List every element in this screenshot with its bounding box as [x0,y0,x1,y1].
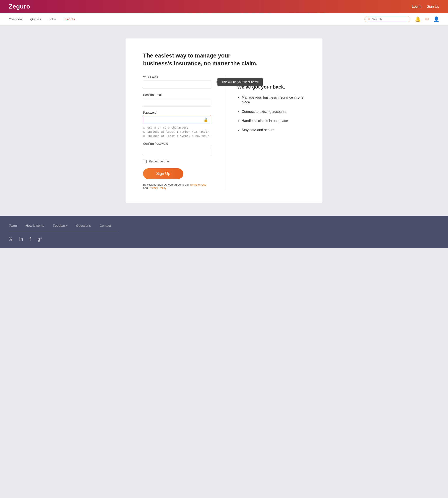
top-bar-actions: Log In Sign Up [412,5,439,9]
remember-row: Remember me [143,160,211,163]
footer: Team How it works Feedback Questions Con… [0,216,448,248]
nav-quotes[interactable]: Quotes [31,17,41,21]
password-rules: Use 8 or more characters Include at leas… [143,126,211,138]
tooltip-bubble: This will be your user name [217,78,262,86]
password-label: Password [143,111,211,114]
form-section: Your Email This will be your user name C… [143,76,224,189]
password-rule-2: Include at least 1 number (ex. 5678) [143,130,211,133]
google-plus-icon[interactable]: g⁺ [37,236,43,242]
footer-divider [9,232,118,232]
terms-text: By clicking Sign Up you agree to our Ter… [143,183,211,189]
password-group: Password 🔒 Use 8 or more characters Incl… [143,111,211,138]
email-group: Your Email This will be your user name [143,76,211,89]
footer-feedback[interactable]: Feedback [53,224,67,227]
info-bullet-3: Handle all claims in one place [242,119,305,123]
footer-contact[interactable]: Contact [99,224,111,227]
user-icon[interactable]: 👤 [433,16,439,22]
search-input[interactable] [372,17,407,21]
search-icon: ⚲ [368,17,370,21]
remember-label: Remember me [149,160,169,163]
terms-and: and [143,186,148,189]
nav-bar: Overview Quotes Jobs Insights ⚲ 🔔 ✉ 👤 [0,13,448,25]
confirm-password-label: Confirm Password [143,142,211,145]
footer-team[interactable]: Team [9,224,17,227]
footer-links: Team How it works Feedback Questions Con… [9,224,439,227]
password-rule-3: Include at least 1 symbol ( ex. @#&*) [143,134,211,138]
info-section: We've got your back. Manage your busines… [237,76,305,189]
confirm-password-input[interactable] [143,147,211,155]
signup-link[interactable]: Sign Up [427,5,439,9]
mail-icon[interactable]: ✉ [425,16,429,22]
nav-insights[interactable]: Insights [64,17,75,21]
card-body: Your Email This will be your user name C… [143,76,305,189]
login-link[interactable]: Log In [412,5,421,9]
logo: Zeguro [9,3,30,10]
facebook-icon[interactable]: f [30,236,31,242]
twitter-icon[interactable]: 𝕏 [9,236,13,242]
confirm-email-label: Confirm Email [143,93,211,97]
confirm-password-group: Confirm Password [143,142,211,155]
confirm-email-group: Confirm Email [143,93,211,107]
confirm-email-input[interactable] [143,98,211,107]
footer-how-it-works[interactable]: How it works [26,224,44,227]
signup-card: The easiest way to manage yourbusiness's… [126,38,322,203]
password-wrapper: 🔒 [143,116,211,124]
email-label: Your Email [143,76,211,79]
privacy-link[interactable]: Privacy Policy [148,186,166,189]
footer-social: 𝕏 in f g⁺ [9,236,439,242]
info-bullet-4: Stay safe and secure [242,128,305,132]
main-content: The easiest way to manage yourbusiness's… [0,25,448,216]
footer-questions[interactable]: Questions [76,224,91,227]
info-bullet-2: Connect to existing accounts [242,109,305,114]
top-bar: Zeguro Log In Sign Up [0,0,448,13]
info-bullets: Manage your business insurance in one pl… [237,95,305,133]
linkedin-icon[interactable]: in [19,236,23,242]
card-title: The easiest way to manage yourbusiness's… [143,52,305,68]
nav-overview[interactable]: Overview [9,17,23,21]
terms-link[interactable]: Terms of Use [190,183,207,186]
password-rule-1: Use 8 or more characters [143,126,211,129]
email-input[interactable] [143,80,211,89]
nav-jobs[interactable]: Jobs [49,17,56,21]
signup-button[interactable]: Sign Up [143,168,183,179]
nav-links: Overview Quotes Jobs Insights [9,17,75,21]
terms-prefix: By clicking Sign Up you agree to our [143,183,190,186]
search-box: ⚲ [365,16,410,22]
nav-right: ⚲ 🔔 ✉ 👤 [365,16,439,22]
bell-icon[interactable]: 🔔 [415,16,421,22]
password-eye-icon[interactable]: 🔒 [203,117,208,122]
remember-checkbox[interactable] [143,160,146,163]
password-input[interactable] [143,116,211,124]
info-bullet-1: Manage your business insurance in one pl… [242,95,305,105]
